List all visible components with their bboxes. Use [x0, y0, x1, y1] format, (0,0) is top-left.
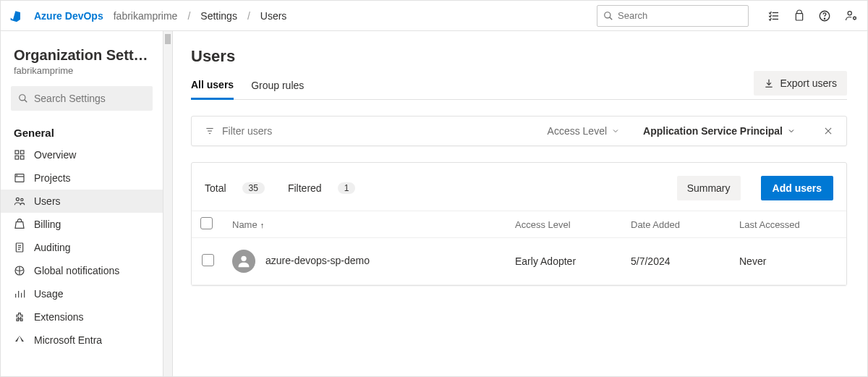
sidebar-item-usage[interactable]: Usage	[1, 282, 163, 305]
sidebar-section-general: General	[1, 121, 163, 143]
sidebar-item-users[interactable]: Users	[1, 190, 163, 213]
filter-access-level-dropdown[interactable]: Access Level	[548, 125, 620, 137]
breadcrumb-sep: /	[247, 10, 250, 22]
users-icon	[14, 195, 25, 207]
column-header-last[interactable]: Last Accessed	[731, 211, 846, 238]
sidebar-search-input[interactable]	[34, 93, 145, 104]
sidebar-subtitle: fabrikamprime	[1, 65, 163, 86]
sort-asc-icon: ↑	[260, 221, 265, 229]
sidebar-item-label: Users	[34, 195, 61, 207]
sidebar-item-label: Extensions	[34, 311, 83, 323]
sidebar-title: Organization Settin…	[1, 31, 163, 65]
sidebar-item-label: Overview	[34, 149, 76, 161]
svg-rect-14	[15, 156, 19, 159]
users-table-card: Total 35 Filtered 1 Summary Add users Na…	[191, 162, 847, 286]
user-last-accessed: Never	[731, 238, 846, 285]
azure-devops-logo-icon	[9, 9, 24, 23]
sidebar-item-label: Billing	[34, 219, 61, 230]
svg-point-7	[824, 18, 825, 19]
sidebar-item-auditing[interactable]: Auditing	[1, 236, 163, 259]
work-items-icon[interactable]	[767, 9, 780, 22]
total-count: 35	[242, 182, 265, 194]
filter-bar: Access Level Application Service Princip…	[191, 116, 847, 146]
user-name: azure-devops-sp-demo	[265, 255, 370, 266]
filter-users-input[interactable]	[222, 125, 367, 137]
column-header-access[interactable]: Access Level	[506, 211, 622, 238]
total-label: Total	[205, 182, 226, 194]
filter-icon	[205, 126, 215, 136]
breadcrumb-users[interactable]: Users	[260, 10, 287, 22]
page-title: Users	[191, 47, 847, 66]
topbar: Azure DevOps fabrikamprime / Settings / …	[1, 1, 867, 31]
brand-label[interactable]: Azure DevOps	[34, 10, 103, 22]
user-settings-icon[interactable]	[844, 9, 859, 22]
user-access-level: Early Adopter	[506, 238, 622, 285]
tab-all-users[interactable]: All users	[191, 73, 234, 100]
filtered-label: Filtered	[288, 182, 322, 194]
svg-rect-5	[796, 13, 802, 20]
breadcrumb-sep: /	[187, 10, 190, 22]
export-users-button[interactable]: Export users	[754, 71, 847, 96]
main-content: Users All users Group rules Export users…	[163, 31, 867, 376]
svg-rect-15	[20, 156, 24, 159]
filtered-count: 1	[338, 182, 356, 194]
avatar	[232, 250, 255, 273]
select-all-checkbox[interactable]	[200, 217, 213, 229]
extensions-icon	[14, 311, 25, 323]
auditing-icon	[14, 242, 25, 253]
overview-icon	[14, 149, 25, 161]
svg-point-20	[21, 198, 23, 200]
sidebar-item-projects[interactable]: Projects	[1, 166, 163, 190]
sidebar-item-microsoft-entra[interactable]: Microsoft Entra	[1, 329, 163, 352]
billing-icon	[14, 219, 25, 230]
add-users-button[interactable]: Add users	[761, 176, 833, 200]
sidebar-item-label: Microsoft Entra	[34, 334, 102, 346]
sidebar-item-extensions[interactable]: Extensions	[1, 305, 163, 329]
sidebar-item-overview[interactable]: Overview	[1, 143, 163, 166]
help-icon[interactable]	[818, 9, 831, 22]
global-search[interactable]	[597, 5, 749, 27]
svg-rect-12	[15, 151, 19, 154]
svg-line-11	[25, 100, 27, 103]
svg-point-0	[605, 12, 610, 17]
clear-filters-button[interactable]	[823, 126, 833, 136]
summary-button[interactable]: Summary	[677, 176, 741, 200]
sidebar-scrollbar[interactable]	[163, 31, 173, 376]
sidebar-item-billing[interactable]: Billing	[1, 213, 163, 236]
search-icon	[603, 11, 613, 21]
entra-icon	[14, 334, 25, 346]
sidebar-item-label: Global notifications	[34, 265, 119, 276]
sidebar-item-label: Usage	[34, 288, 63, 300]
svg-point-18	[17, 175, 17, 176]
sidebar: Organization Settin… fabrikamprime Gener…	[1, 31, 163, 376]
table-row[interactable]: azure-devops-sp-demo Early Adopter 5/7/2…	[192, 238, 846, 285]
svg-point-19	[16, 198, 19, 200]
sidebar-item-global-notifications[interactable]: Global notifications	[1, 259, 163, 282]
filter-access-level-label: Access Level	[548, 125, 607, 137]
svg-point-10	[20, 95, 25, 101]
svg-rect-13	[20, 151, 24, 154]
global-search-input[interactable]	[618, 10, 742, 21]
column-header-name[interactable]: Name↑	[224, 211, 506, 238]
chevron-down-icon	[787, 127, 796, 135]
sidebar-item-label: Projects	[34, 172, 71, 184]
search-icon	[18, 93, 28, 103]
marketplace-icon[interactable]	[793, 9, 805, 22]
filter-active-value-label: Application Service Principal	[643, 125, 783, 137]
filter-active-value[interactable]: Application Service Principal	[643, 125, 796, 137]
notifications-icon	[14, 265, 25, 276]
breadcrumb-org[interactable]: fabrikamprime	[114, 10, 178, 22]
svg-line-1	[610, 17, 613, 20]
row-checkbox[interactable]	[202, 254, 214, 266]
download-icon	[764, 78, 774, 88]
tab-group-rules[interactable]: Group rules	[251, 74, 304, 98]
projects-icon	[14, 172, 25, 184]
breadcrumb-settings[interactable]: Settings	[200, 10, 237, 22]
tabs: All users Group rules Export users	[191, 73, 847, 100]
column-header-added[interactable]: Date Added	[622, 211, 731, 238]
chevron-down-icon	[611, 127, 620, 135]
sidebar-search[interactable]	[11, 86, 153, 111]
svg-point-8	[848, 11, 851, 14]
users-table: Name↑ Access Level Date Added Last Acces…	[192, 211, 846, 285]
usage-icon	[14, 288, 25, 300]
